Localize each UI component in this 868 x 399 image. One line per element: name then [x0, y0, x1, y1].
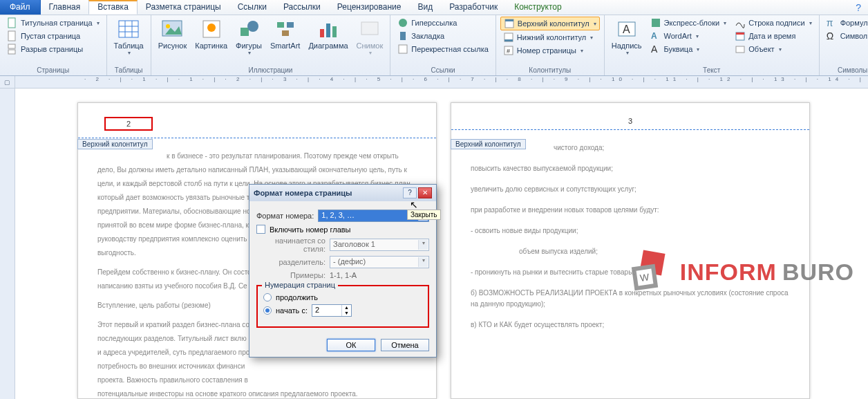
page-break-button[interactable]: Разрыв страницы	[4, 43, 102, 55]
body-text: - проникнуть на рынки и вытеснить старые…	[471, 267, 790, 278]
picture-button[interactable]: Рисунок	[155, 17, 190, 51]
group-pages-label: Страницы	[4, 66, 102, 75]
numbering-fieldset: Нумерация страниц продолжить начать с: 2…	[256, 285, 429, 328]
help-icon[interactable]: ?	[849, 0, 868, 15]
tab-view[interactable]: Вид	[409, 0, 441, 15]
spinner-buttons-icon[interactable]: ▲▼	[341, 305, 351, 316]
crossref-button[interactable]: Перекрестная ссылка	[395, 43, 491, 55]
table-button[interactable]: Таблица▾	[111, 17, 147, 57]
chevron-down-icon: ▾	[418, 257, 428, 267]
header-icon	[504, 18, 515, 29]
separator-label: разделитель:	[256, 258, 326, 266]
page-break-icon	[7, 44, 18, 55]
vertical-ruler[interactable]	[0, 89, 15, 399]
bookmark-button[interactable]: Закладка	[395, 30, 491, 42]
chevron-down-icon: ▾	[418, 240, 428, 250]
quickparts-icon	[650, 17, 661, 28]
radio-continue[interactable]	[263, 293, 272, 301]
tab-home[interactable]: Главная	[41, 0, 89, 15]
body-text: проекта. Важность правильного составлени…	[97, 375, 417, 386]
ok-button[interactable]: ОК	[327, 339, 375, 351]
dialog-help-button[interactable]: ?	[403, 187, 417, 198]
body-text: потенциальные инвесторы на основе кратко…	[97, 389, 417, 399]
horizontal-ruler[interactable]: · 2 · | · 1 · | · 1 · | · 2 · | · 3 · | …	[15, 76, 868, 88]
symbol-icon: Ω	[827, 30, 838, 41]
screenshot-button[interactable]: Снимок▾	[354, 17, 386, 57]
page-number-button[interactable]: #Номер страницы▾	[500, 44, 600, 57]
signature-button[interactable]: Строка подписи▾	[732, 17, 814, 29]
table-icon	[117, 18, 140, 40]
tab-page-layout[interactable]: Разметка страницы	[138, 0, 229, 15]
body-text: - освоить новые виды продукции;	[471, 225, 790, 236]
ribbon: Титульная страница▾ Пустая страница Разр…	[0, 15, 868, 76]
chart-button[interactable]: Диаграмма	[305, 17, 350, 51]
group-illustrations-label: Иллюстрации	[155, 66, 386, 75]
start-at-spinner[interactable]: 2▲▼	[312, 304, 352, 317]
radio-continue-label: продолжить	[276, 293, 318, 301]
svg-rect-17	[287, 22, 294, 28]
ruler-area: ▢ · 2 · | · 1 · | · 1 · | · 2 · | · 3 · …	[0, 76, 868, 89]
datetime-icon	[735, 30, 746, 41]
cancel-button[interactable]: Отмена	[381, 339, 429, 351]
group-tables-label: Таблицы	[111, 66, 147, 75]
dialog-title: Формат номера страницы	[254, 189, 402, 197]
svg-rect-16	[277, 22, 284, 28]
tab-mailings[interactable]: Рассылки	[275, 0, 329, 15]
hyperlink-icon	[397, 17, 408, 28]
tab-review[interactable]: Рецензирование	[329, 0, 410, 15]
svg-rect-34	[652, 19, 660, 27]
page-3: 3 Верхний колонтитул чистого дохода; пов…	[451, 102, 810, 399]
header-tag-right[interactable]: Верхний колонтитул	[451, 139, 526, 149]
svg-rect-29	[504, 39, 513, 41]
svg-text:A: A	[651, 31, 657, 41]
smartart-icon	[274, 18, 296, 40]
object-button[interactable]: Объект▾	[732, 43, 814, 55]
group-text: AНадпись▾ Экспресс-блоки▾ AWordArt▾ AБук…	[605, 15, 820, 75]
equation-icon: π	[827, 17, 838, 28]
numbering-legend: Нумерация страниц	[262, 281, 338, 289]
body-text: к в бизнесе - это результат планирования…	[97, 151, 417, 162]
textbox-button[interactable]: AНадпись▾	[609, 17, 645, 57]
clipart-button[interactable]: Картинка	[192, 17, 230, 51]
dropcap-button[interactable]: AБуквица▾	[648, 43, 730, 55]
svg-rect-27	[505, 19, 513, 21]
footer-button[interactable]: Нижний колонтитул▾	[500, 31, 600, 44]
tab-developer[interactable]: Разработчик	[441, 0, 506, 15]
start-style-combo: Заголовок 1▾	[330, 239, 429, 251]
symbol-button[interactable]: ΩСимвол▾	[824, 30, 868, 42]
hyperlink-button[interactable]: Гиперссылка	[395, 17, 491, 29]
footer-icon	[503, 32, 514, 43]
wordart-button[interactable]: AWordArt▾	[648, 30, 730, 42]
group-headers-label: Колонтитулы	[500, 66, 600, 75]
svg-rect-2	[8, 44, 15, 48]
quickparts-button[interactable]: Экспресс-блоки▾	[648, 17, 730, 29]
dialog-titlebar[interactable]: Формат номера страницы ? ✕	[249, 185, 436, 201]
group-links: Гиперссылка Закладка Перекрестная ссылка…	[390, 15, 496, 75]
svg-rect-3	[8, 50, 15, 54]
svg-rect-14	[240, 28, 249, 36]
blank-page-button[interactable]: Пустая страница	[4, 30, 102, 42]
svg-text:#: #	[507, 48, 510, 55]
smartart-button[interactable]: SmartArt	[267, 17, 303, 51]
document-canvas[interactable]: 2 Верхний колонтитул к в бизнесе - это р…	[15, 89, 868, 399]
radio-start-at[interactable]	[263, 306, 272, 315]
signature-icon	[735, 17, 746, 28]
tab-references[interactable]: Ссылки	[229, 0, 275, 15]
include-chapter-checkbox[interactable]	[256, 225, 265, 234]
datetime-button[interactable]: Дата и время	[732, 30, 814, 42]
shapes-button[interactable]: Фигуры▾	[233, 17, 265, 57]
equation-button[interactable]: πФормула▾	[824, 17, 868, 29]
file-menu[interactable]: Файл	[0, 0, 41, 15]
tab-designer[interactable]: Конструктор	[506, 0, 569, 15]
cover-page-button[interactable]: Титульная страница▾	[4, 17, 102, 29]
header-tag-left[interactable]: Верхний колонтитул	[77, 139, 153, 149]
svg-point-15	[247, 21, 258, 32]
group-tables: Таблица▾ Таблицы	[107, 15, 151, 75]
dialog-close-button[interactable]: ✕	[418, 187, 432, 198]
group-headers: Верхний колонтитул▾ Нижний колонтитул▾ #…	[496, 15, 605, 75]
svg-rect-1	[8, 31, 15, 41]
group-text-label: Текст	[609, 66, 815, 75]
tab-insert[interactable]: Вставка	[88, 0, 138, 15]
svg-point-13	[207, 24, 216, 32]
header-button[interactable]: Верхний колонтитул▾	[500, 17, 600, 30]
